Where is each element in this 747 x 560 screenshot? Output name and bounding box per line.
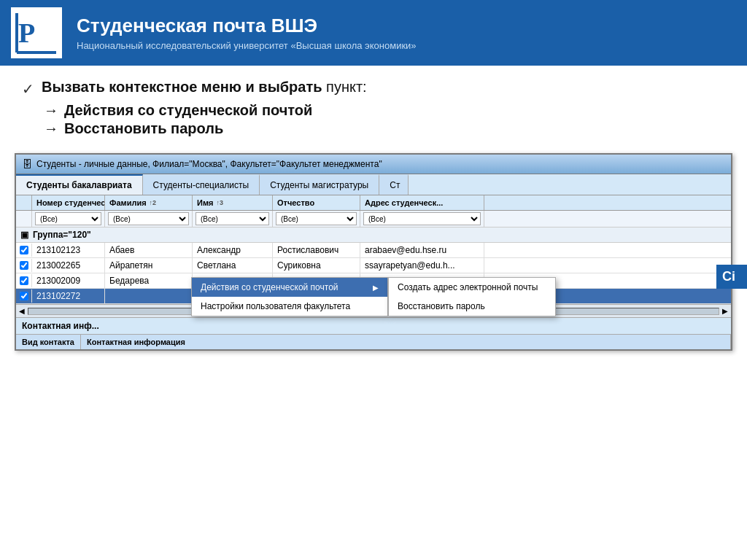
row-checkbox-1[interactable] [16, 244, 32, 257]
tab-specialist[interactable]: Студенты-специалисты [143, 174, 260, 195]
row-otch-1: Ростиславович [273, 243, 360, 257]
header-subtitle: Национальный исследовательский университ… [77, 40, 417, 51]
filter-name[interactable]: (Все) [193, 211, 273, 227]
bottom-cols: Вид контакта Контактная информация [16, 334, 731, 349]
submenu[interactable]: Создать адрес электронной почты Восстано… [388, 277, 556, 316]
col-header-otch: Отчество [273, 195, 360, 210]
context-menu-item-2[interactable]: Настройки пользователя факультета [192, 297, 387, 316]
context-menu[interactable]: Действия со студенческой почтой ▶ Настро… [191, 277, 388, 316]
row-addr-1: arabaev@edu.hse.ru [360, 243, 484, 257]
bottom-panel: Контактная инф... [16, 317, 731, 334]
group-row: ▣ Группа="120" [16, 228, 731, 243]
submenu-item-1-label: Создать адрес электронной почты [398, 282, 538, 292]
header-text: Студенческая почта ВШЭ Национальный иссл… [77, 15, 417, 51]
scroll-left-btn[interactable]: ◀ [19, 307, 25, 315]
filter-num[interactable]: (Все) [32, 211, 105, 227]
db-titlebar: 🗄 Студенты - личные данные, Филиал="Моск… [16, 155, 731, 174]
svg-text:Р: Р [18, 18, 35, 48]
row-fam-3: Бедарева [105, 273, 193, 288]
context-menu-item-2-label: Настройки пользователя факультета [201, 301, 350, 311]
filter-name-select[interactable]: (Все) [196, 212, 269, 225]
row-num-1: 213102123 [32, 243, 105, 257]
tab-magistr[interactable]: Студенты магистратуры [260, 174, 379, 195]
arrow-icon-1: → [44, 102, 58, 119]
filter-otch[interactable]: (Все) [273, 211, 360, 227]
bottom-col-1: Вид контакта [16, 335, 81, 349]
table-row[interactable]: 213102123 Абаев Александр Ростиславович … [16, 243, 731, 258]
row-checkbox-4[interactable] [16, 289, 32, 303]
table-row[interactable]: 213002265 Айрапетян Светлана Суриковна s… [16, 258, 731, 273]
instruction-sub-text-1: Действия со студенческой почтой [64, 102, 312, 119]
col-headers: Номер студенческ... ↑1 Фамилия ↑2 Имя ↑3… [16, 195, 731, 211]
row-num-2: 213002265 [32, 258, 105, 273]
filter-num-select[interactable]: (Все) [35, 212, 101, 225]
instruction-bold: Вызвать контекстное меню и выбрать [42, 79, 322, 95]
col-header-num: Номер студенческ... ↑1 [32, 195, 105, 210]
instruction-sub-item-2: → Восстановить пароль [44, 120, 725, 137]
tabs-row: Студенты бакалавриата Студенты-специалис… [16, 174, 731, 195]
tab-partial[interactable]: Ст [379, 174, 409, 195]
col-header-checkbox [16, 195, 32, 210]
header: Р Студенческая почта ВШЭ Национальный ис… [0, 0, 747, 66]
instruction-sub-text-2: Восстановить пароль [64, 120, 223, 137]
filter-checkbox [16, 211, 32, 227]
scroll-right-btn[interactable]: ▶ [722, 307, 728, 315]
row-checkbox-2[interactable] [16, 259, 32, 272]
instruction-area: ✓ Вызвать контекстное меню и выбрать пун… [0, 66, 747, 146]
arrow-icon-2: → [44, 120, 58, 137]
row-addr-2: ssayrapetyan@edu.h... [360, 258, 484, 273]
context-menu-item-1-label: Действия со студенческой почтой [201, 282, 338, 292]
bottom-panel-label: Контактная инф... [22, 321, 99, 331]
db-titlebar-text: Студенты - личные данные, Филиал="Москва… [36, 159, 382, 169]
col-header-addr: Адрес студенческ... [360, 195, 484, 210]
instruction-normal: пункт: [322, 79, 367, 95]
col-header-fam: Фамилия ↑2 [105, 195, 193, 210]
filter-addr-select[interactable]: (Все) [363, 212, 481, 225]
checkmark-icon: ✓ [22, 80, 34, 98]
row-otch-2: Суриковна [273, 258, 360, 273]
bottom-col-2: Контактная информация [81, 335, 731, 349]
row-fam-2: Айрапетян [105, 258, 193, 273]
logo: Р [11, 7, 62, 58]
ci-badge: Ci [716, 265, 747, 289]
row-name-2: Светлана [193, 258, 273, 273]
row-fam-4 [105, 294, 193, 298]
submenu-item-2[interactable]: Восстановить пароль [389, 297, 555, 316]
instruction-main-item: ✓ Вызвать контекстное меню и выбрать пун… [22, 79, 725, 98]
row-fam-1: Абаев [105, 243, 193, 257]
tab-bakalavr[interactable]: Студенты бакалавриата [16, 174, 143, 195]
db-icon: 🗄 [22, 158, 32, 170]
context-menu-item-1[interactable]: Действия со студенческой почтой ▶ [192, 278, 387, 297]
instruction-sub-item-1: → Действия со студенческой почтой [44, 102, 725, 119]
instruction-main-text: Вызвать контекстное меню и выбрать пункт… [42, 79, 367, 96]
row-name-1: Александр [193, 243, 273, 257]
filter-fam[interactable]: (Все) [105, 211, 193, 227]
instruction-sub: → Действия со студенческой почтой → Восс… [44, 102, 725, 137]
submenu-item-1[interactable]: Создать адрес электронной почты [389, 278, 555, 297]
header-title: Студенческая почта ВШЭ [77, 15, 417, 37]
group-expand-icon[interactable]: ▣ [20, 230, 28, 240]
filter-otch-select[interactable]: (Все) [276, 212, 357, 225]
submenu-arrow-icon: ▶ [373, 284, 379, 292]
group-label: Группа="120" [33, 230, 91, 240]
filter-row: (Все) (Все) (Все) (Все) (Все) [16, 211, 731, 228]
filter-addr[interactable]: (Все) [360, 211, 484, 227]
row-checkbox-3[interactable] [16, 274, 32, 287]
row-num-4: 213102272 [32, 289, 105, 303]
submenu-item-2-label: Восстановить пароль [398, 301, 485, 311]
row-num-3: 213002009 [32, 273, 105, 288]
filter-fam-select[interactable]: (Все) [108, 212, 189, 225]
db-window: 🗄 Студенты - личные данные, Филиал="Моск… [15, 153, 732, 351]
col-header-name: Имя ↑3 [193, 195, 273, 210]
